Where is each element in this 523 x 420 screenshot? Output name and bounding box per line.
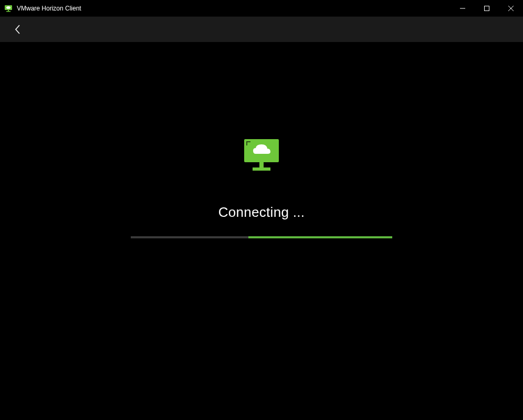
svg-rect-2 xyxy=(8,10,9,11)
svg-rect-11 xyxy=(259,162,264,167)
toolbar xyxy=(0,17,523,42)
app-icon xyxy=(4,4,13,13)
content-area: Connecting ... xyxy=(0,42,523,420)
connecting-status-text: Connecting ... xyxy=(218,204,305,220)
minimize-button[interactable] xyxy=(451,0,475,17)
maximize-button[interactable] xyxy=(475,0,499,17)
svg-rect-3 xyxy=(6,11,11,12)
titlebar-left: VMware Horizon Client xyxy=(4,4,81,13)
close-icon xyxy=(508,6,514,11)
window-titlebar: VMware Horizon Client xyxy=(0,0,523,17)
svg-point-1 xyxy=(6,6,11,9)
chevron-left-icon xyxy=(14,24,22,35)
horizon-monitor-cloud-icon xyxy=(244,139,279,174)
svg-rect-5 xyxy=(485,6,489,11)
back-button[interactable] xyxy=(11,22,25,37)
app-logo xyxy=(244,139,279,174)
svg-rect-10 xyxy=(247,142,250,145)
window-controls xyxy=(451,0,523,16)
svg-rect-12 xyxy=(253,167,270,171)
window-title: VMware Horizon Client xyxy=(17,5,81,12)
minimize-icon xyxy=(460,6,465,11)
close-button[interactable] xyxy=(499,0,523,17)
maximize-icon xyxy=(484,6,489,11)
progress-bar xyxy=(131,236,392,238)
progress-bar-fill xyxy=(248,236,392,238)
